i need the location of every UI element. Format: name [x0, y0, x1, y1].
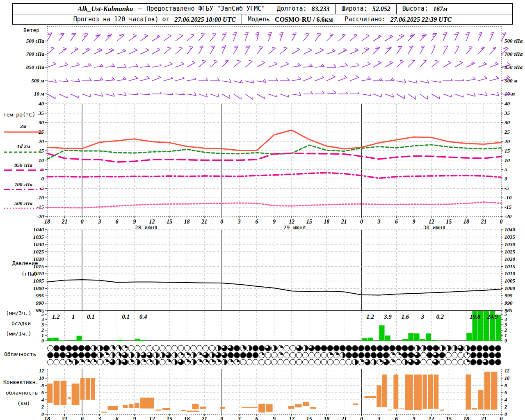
temp-series-3 — [47, 173, 501, 178]
meteogram-page: Alk_Ust-Kalmanka — Предоставлено ФГБУ "З… — [0, 0, 525, 420]
svg-text:12: 12 — [429, 219, 434, 225]
convective-bar — [192, 404, 199, 409]
svg-text:10 м: 10 м — [34, 91, 44, 97]
svg-text:995: 995 — [36, 292, 44, 299]
precip-bar — [82, 340, 88, 341]
svg-text:1000: 1000 — [504, 285, 516, 291]
svg-text:2: 2 — [504, 404, 507, 410]
svg-text:-20: -20 — [37, 213, 44, 219]
svg-text:2: 2 — [504, 327, 507, 333]
precip-bar — [431, 340, 437, 341]
svg-text:25: 25 — [504, 129, 510, 135]
svg-text:20: 20 — [38, 138, 44, 144]
svg-text:21: 21 — [341, 416, 347, 420]
convective-bar — [377, 386, 381, 407]
svg-text:5: 5 — [504, 311, 507, 317]
svg-text:21: 21 — [62, 219, 68, 225]
svg-text:850 гПа: 850 гПа — [504, 64, 523, 70]
svg-text:18: 18 — [44, 416, 50, 420]
convective-bar — [181, 410, 186, 411]
convective-bar — [129, 404, 134, 408]
svg-text:18: 18 — [463, 416, 469, 420]
convective-bar — [187, 411, 199, 412]
svg-text:12: 12 — [149, 416, 155, 420]
svg-text:10: 10 — [39, 157, 44, 163]
svg-text:-10: -10 — [504, 194, 512, 201]
svg-text:5: 5 — [504, 166, 507, 172]
svg-text:3: 3 — [237, 219, 241, 225]
convective-bar — [68, 397, 71, 399]
svg-text:40: 40 — [38, 100, 44, 107]
svg-text:3: 3 — [237, 416, 241, 420]
svg-text:990: 990 — [504, 300, 513, 306]
convective-bar — [101, 412, 107, 413]
svg-text:8: 8 — [504, 383, 507, 388]
svg-text:9: 9 — [133, 416, 136, 420]
convective-bar — [162, 408, 170, 410]
precip-bar — [362, 338, 367, 341]
svg-text:21: 21 — [480, 416, 486, 420]
svg-text:0: 0 — [81, 219, 84, 225]
meteogram-chart: 40403535303025252020151510105500-5-5-10-… — [0, 0, 525, 420]
precip-bar — [437, 340, 443, 341]
svg-text:28 июня: 28 июня — [135, 224, 158, 231]
convective-bar — [478, 390, 483, 410]
precip-bar — [71, 340, 76, 341]
convective-bars — [47, 372, 498, 413]
svg-text:1.2: 1.2 — [52, 313, 60, 320]
cloud-row-2 — [48, 359, 501, 365]
convective-bar — [405, 374, 413, 410]
convective-bar — [414, 374, 422, 410]
svg-text:21: 21 — [480, 219, 486, 225]
svg-text:15: 15 — [167, 416, 172, 420]
convective-bar — [155, 410, 161, 411]
precip-bar — [48, 338, 53, 341]
svg-text:15: 15 — [446, 219, 452, 225]
precip-bar — [408, 333, 413, 341]
cloud-row-0 — [48, 345, 501, 351]
svg-text:850 гПа: 850 гПа — [26, 64, 45, 70]
svg-text:18: 18 — [324, 219, 329, 225]
svg-text:0: 0 — [504, 338, 507, 344]
wind-barb-row-1 — [47, 46, 509, 54]
convective-bar — [422, 374, 427, 409]
svg-text:0.1: 0.1 — [122, 313, 130, 320]
svg-text:0: 0 — [41, 411, 44, 417]
precip-bar — [379, 325, 385, 341]
svg-text:3: 3 — [98, 416, 101, 420]
convective-bar — [200, 407, 206, 409]
svg-text:0: 0 — [81, 416, 84, 420]
svg-text:1025: 1025 — [33, 249, 44, 255]
svg-text:-5: -5 — [504, 185, 509, 191]
precip-bar — [402, 339, 408, 341]
convective-bar — [388, 410, 392, 411]
precip-bar — [466, 333, 472, 341]
svg-text:0: 0 — [504, 411, 507, 417]
convective-bar — [434, 374, 438, 409]
svg-text:12: 12 — [289, 219, 294, 225]
convective-bar — [72, 383, 80, 405]
svg-text:9: 9 — [133, 219, 136, 225]
svg-text:0: 0 — [220, 416, 223, 420]
svg-text:30 июня: 30 июня — [423, 224, 445, 231]
precip-bar — [420, 339, 425, 341]
svg-text:1035: 1035 — [504, 234, 516, 240]
convective-bar — [382, 374, 387, 407]
svg-text:1010: 1010 — [33, 270, 44, 276]
convective-bar — [393, 374, 398, 409]
svg-text:29 июня: 29 июня — [283, 224, 306, 231]
svg-text:1005: 1005 — [33, 278, 44, 284]
convective-bar — [491, 372, 498, 409]
precip-bar — [53, 338, 59, 341]
convective-bar — [484, 372, 490, 409]
convective-bar — [47, 383, 52, 403]
svg-text:1020: 1020 — [504, 256, 516, 262]
svg-text:9: 9 — [413, 219, 415, 225]
svg-text:-5: -5 — [39, 185, 44, 191]
convective-bar — [123, 405, 128, 408]
svg-text:3: 3 — [98, 219, 101, 225]
precip-bar — [117, 340, 123, 341]
svg-text:4: 4 — [504, 317, 507, 322]
temp-series-0 — [47, 130, 501, 151]
svg-text:10: 10 — [504, 157, 510, 163]
